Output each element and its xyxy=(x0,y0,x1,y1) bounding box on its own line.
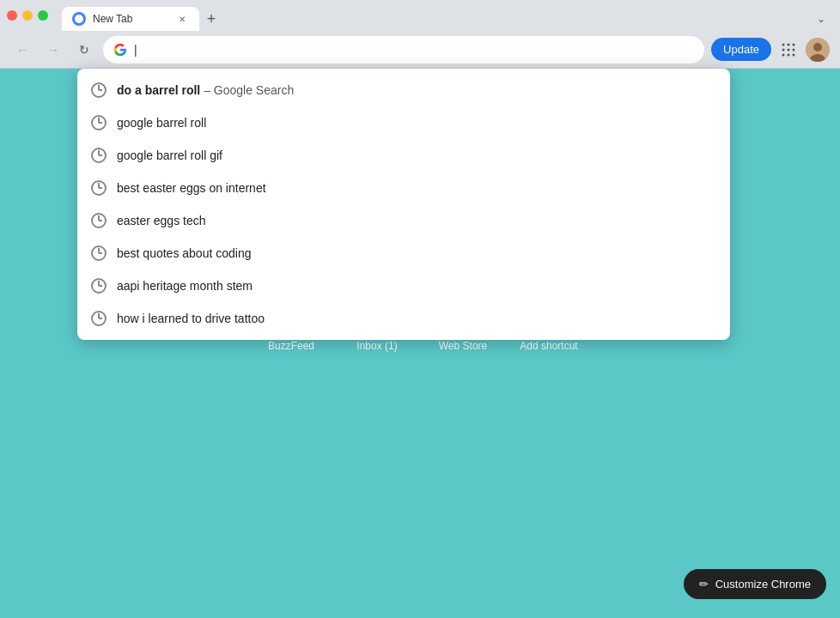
customize-chrome-button[interactable]: ✏ Customize Chrome xyxy=(684,569,826,599)
profile-icon xyxy=(806,38,830,62)
dropdown-item-text: best quotes about coding xyxy=(117,246,251,260)
new-tab-button[interactable]: + xyxy=(199,7,223,31)
dropdown-item[interactable]: how i learned to drive tattoo xyxy=(77,302,730,335)
back-button[interactable]: ← xyxy=(10,38,34,62)
refresh-button[interactable]: ↻ xyxy=(72,38,96,62)
dropdown-item-text: easter eggs tech xyxy=(117,214,206,227)
toolbar-right: Update xyxy=(711,38,830,62)
tab-bar: New Tab ✕ + ⌄ xyxy=(62,0,833,31)
shortcut-label-addshortcut: Add shortcut xyxy=(520,340,577,352)
titlebar: New Tab ✕ + ⌄ xyxy=(0,0,840,31)
shortcut-label-webstore: Web Store xyxy=(439,340,487,352)
dropdown-item[interactable]: best quotes about coding xyxy=(77,237,730,270)
history-icon xyxy=(91,213,107,228)
svg-point-1 xyxy=(782,43,785,45)
google-apps-button[interactable] xyxy=(776,38,800,62)
dropdown-item[interactable]: easter eggs tech xyxy=(77,204,730,237)
avatar[interactable] xyxy=(806,38,830,62)
shortcut-label-inbox: Inbox (1) xyxy=(356,340,397,352)
dropdown-item-text: google barrel roll xyxy=(117,116,206,130)
svg-point-5 xyxy=(788,48,790,51)
dropdown-item[interactable]: best easter eggs on internet xyxy=(77,172,730,204)
google-icon xyxy=(113,43,127,57)
svg-point-11 xyxy=(813,43,822,52)
history-icon xyxy=(91,180,107,196)
forward-button[interactable]: → xyxy=(41,38,65,62)
pencil-icon: ✏ xyxy=(699,578,709,591)
omnibox-input[interactable] xyxy=(134,43,694,57)
maximize-button[interactable] xyxy=(38,10,48,21)
close-button[interactable] xyxy=(7,10,17,21)
dropdown-item[interactable]: google barrel roll xyxy=(77,106,730,139)
svg-point-9 xyxy=(793,53,795,56)
history-icon xyxy=(91,278,107,294)
window-controls-icon[interactable]: ⌄ xyxy=(809,7,833,31)
dropdown-item[interactable]: aapi heritage month stem xyxy=(77,270,730,302)
dropdown-item-text: do a barrel roll – Google Search xyxy=(117,83,294,97)
svg-point-8 xyxy=(788,53,790,56)
svg-point-3 xyxy=(793,43,795,45)
omnibox[interactable] xyxy=(103,36,704,64)
history-icon xyxy=(91,115,107,130)
svg-point-2 xyxy=(788,43,790,45)
traffic-lights xyxy=(7,10,48,21)
history-icon xyxy=(91,311,107,326)
dropdown-item-text: aapi heritage month stem xyxy=(117,279,253,293)
svg-point-0 xyxy=(75,15,83,23)
customize-chrome-label: Customize Chrome xyxy=(715,578,811,591)
update-button[interactable]: Update xyxy=(711,38,771,61)
history-icon xyxy=(91,82,107,98)
dropdown-item[interactable]: google barrel roll gif xyxy=(77,139,730,172)
search-dropdown: do a barrel roll – Google Searchgoogle b… xyxy=(77,69,730,340)
tab-title: New Tab xyxy=(93,13,132,25)
dropdown-item-text: how i learned to drive tattoo xyxy=(117,312,265,325)
history-icon xyxy=(91,245,107,261)
svg-point-7 xyxy=(782,53,785,56)
toolbar: ← → ↻ Update xyxy=(0,31,840,69)
history-icon xyxy=(91,148,107,163)
dropdown-item-text: best easter eggs on internet xyxy=(117,181,266,195)
svg-point-6 xyxy=(793,48,795,51)
shortcut-label-buzzfeed: BuzzFeed xyxy=(268,340,314,352)
dropdown-item[interactable]: do a barrel roll – Google Search xyxy=(77,74,730,106)
svg-point-4 xyxy=(782,48,785,51)
minimize-button[interactable] xyxy=(22,10,33,21)
grid-icon xyxy=(781,42,796,58)
tab-favicon xyxy=(72,12,86,26)
tab-close-button[interactable]: ✕ xyxy=(175,12,189,26)
dropdown-item-text: google barrel roll gif xyxy=(117,148,222,162)
active-tab[interactable]: New Tab ✕ xyxy=(62,7,199,31)
